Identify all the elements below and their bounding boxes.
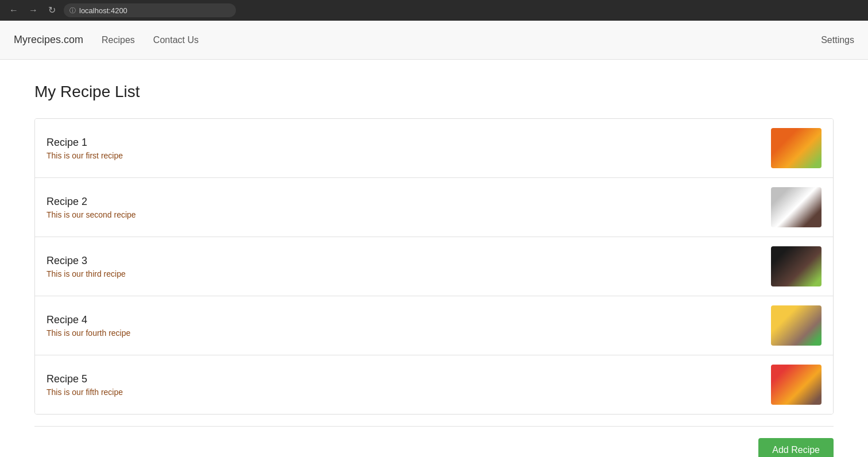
- back-button[interactable]: ←: [7, 3, 21, 17]
- recipe-description: This is our third recipe: [46, 269, 126, 278]
- forward-button[interactable]: →: [26, 3, 40, 17]
- browser-chrome: ← → ↻ ⓘ localhost:4200: [0, 0, 868, 21]
- recipe-info: Recipe 5 This is our fifth recipe: [46, 373, 123, 397]
- page-title: My Recipe List: [34, 83, 834, 101]
- add-recipe-button[interactable]: Add Recipe: [758, 438, 834, 457]
- recipe-image: [771, 128, 822, 168]
- recipe-info: Recipe 4 This is our fourth recipe: [46, 314, 130, 338]
- action-bar: Add Recipe: [34, 438, 834, 457]
- reload-button[interactable]: ↻: [46, 3, 58, 17]
- recipe-name: Recipe 1: [46, 137, 123, 149]
- recipe-image: [771, 187, 822, 227]
- nav-settings[interactable]: Settings: [821, 35, 854, 45]
- recipe-info: Recipe 3 This is our third recipe: [46, 255, 126, 278]
- url-bar[interactable]: ⓘ localhost:4200: [64, 3, 236, 17]
- recipe-name: Recipe 5: [46, 373, 123, 385]
- recipe-item[interactable]: Recipe 3 This is our third recipe: [35, 237, 833, 296]
- recipe-image: [771, 305, 822, 346]
- brand-label[interactable]: Myrecipes.com: [14, 34, 83, 46]
- recipe-item[interactable]: Recipe 4 This is our fourth recipe: [35, 296, 833, 355]
- recipe-name: Recipe 3: [46, 255, 126, 267]
- navbar-left: Myrecipes.com Recipes Contact Us: [14, 34, 199, 46]
- divider: [34, 426, 834, 427]
- navbar: Myrecipes.com Recipes Contact Us Setting…: [0, 21, 868, 60]
- recipe-info: Recipe 2 This is our second recipe: [46, 196, 136, 219]
- recipe-description: This is our first recipe: [46, 151, 123, 160]
- recipe-description: This is our second recipe: [46, 210, 136, 219]
- lock-icon: ⓘ: [69, 6, 76, 15]
- recipe-image: [771, 246, 822, 286]
- recipe-item[interactable]: Recipe 2 This is our second recipe: [35, 178, 833, 237]
- recipe-name: Recipe 2: [46, 196, 136, 208]
- recipe-list: Recipe 1 This is our first recipe Recipe…: [34, 118, 834, 415]
- nav-link-recipes[interactable]: Recipes: [102, 35, 135, 45]
- nav-link-contact[interactable]: Contact Us: [153, 35, 199, 45]
- recipe-description: This is our fifth recipe: [46, 388, 123, 397]
- recipe-description: This is our fourth recipe: [46, 328, 130, 338]
- recipe-item[interactable]: Recipe 1 This is our first recipe: [35, 119, 833, 178]
- url-text: localhost:4200: [79, 6, 127, 15]
- recipe-info: Recipe 1 This is our first recipe: [46, 137, 123, 160]
- recipe-image: [771, 365, 822, 405]
- main-content: My Recipe List Recipe 1 This is our firs…: [0, 60, 868, 457]
- recipe-name: Recipe 4: [46, 314, 130, 326]
- recipe-item[interactable]: Recipe 5 This is our fifth recipe: [35, 355, 833, 414]
